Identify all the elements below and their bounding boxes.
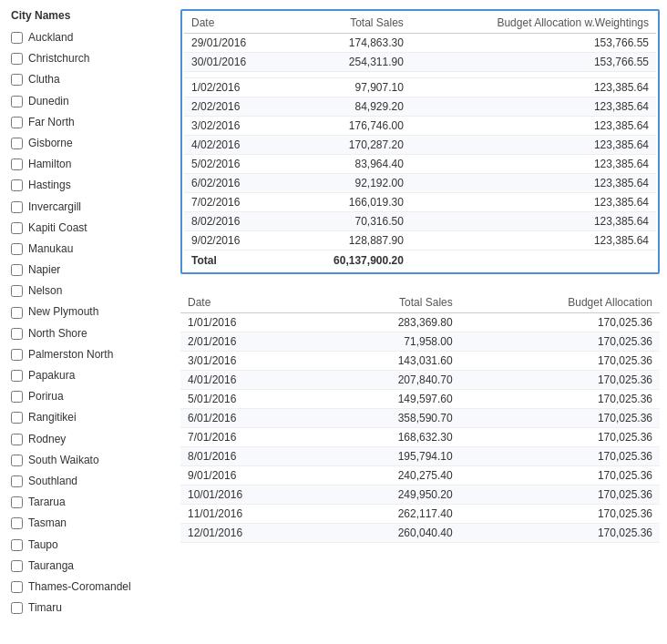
table-row: 8/01/2016195,794.10170,025.36 [180, 447, 660, 466]
city-checkbox[interactable] [11, 391, 23, 403]
city-label: North Shore [28, 325, 87, 342]
table2-header-row: Date Total Sales Budget Allocation [180, 292, 660, 313]
city-label: Tauranga [28, 557, 74, 575]
cell-sales: 71,958.00 [320, 332, 459, 352]
sidebar-title: City Names [7, 9, 166, 22]
city-checkbox[interactable] [11, 412, 23, 424]
cell-budget: 170,025.36 [460, 428, 660, 447]
city-checkbox[interactable] [11, 117, 23, 128]
city-item: Far North [7, 112, 166, 133]
city-label: Christchurch [28, 50, 89, 67]
cell-date: 3/02/2016 [184, 117, 286, 136]
city-checkbox[interactable] [11, 53, 23, 65]
table1-col-budget: Budget Allocation w.Weightings [411, 13, 656, 34]
table-row: 2/02/201684,929.20123,385.64 [184, 97, 656, 117]
city-checkbox[interactable] [11, 243, 23, 255]
cell-budget: 170,025.36 [460, 524, 660, 543]
cell-sales: 262,117.40 [320, 505, 459, 524]
city-checkbox[interactable] [11, 138, 23, 149]
cell-sales: 195,794.10 [320, 447, 459, 466]
city-item: Clutha [7, 69, 166, 90]
city-label: Papakura [28, 367, 75, 384]
city-item: Rangitikei [7, 407, 166, 428]
cell-date: 29/01/2016 [184, 34, 286, 53]
city-label: Thames-Coromandel [28, 578, 131, 596]
table-row: 12/01/2016260,040.40170,025.36 [180, 524, 660, 543]
city-item: Tasman [7, 513, 166, 534]
city-checkbox[interactable] [11, 434, 23, 445]
city-checkbox[interactable] [11, 201, 23, 213]
cell-budget: 170,025.36 [460, 352, 660, 371]
city-checkbox[interactable] [11, 222, 23, 234]
city-checkbox[interactable] [11, 370, 23, 382]
city-checkbox[interactable] [11, 96, 23, 107]
table-row: 10/01/2016249,950.20170,025.36 [180, 486, 660, 505]
city-label: New Plymouth [28, 303, 98, 321]
city-label: Far North [28, 114, 75, 131]
table1: Date Total Sales Budget Allocation w.Wei… [184, 13, 656, 271]
city-label: Gisborne [28, 135, 73, 152]
cell-sales: 249,950.20 [320, 486, 459, 505]
city-checkbox[interactable] [11, 496, 23, 508]
cell-date: 12/01/2016 [180, 524, 320, 543]
city-checkbox[interactable] [11, 158, 23, 170]
city-item: Thames-Coromandel [7, 577, 166, 598]
cell-date: 2/01/2016 [180, 332, 320, 352]
city-label: Rangitikei [28, 409, 77, 426]
cell-budget [411, 72, 656, 78]
table1-col-date: Date [184, 13, 286, 34]
cell-date: 5/02/2016 [184, 155, 286, 174]
table1-col-sales: Total Sales [286, 13, 411, 34]
city-checkbox[interactable] [11, 328, 23, 340]
cell-sales: 176,746.00 [286, 117, 411, 136]
table-row: 5/01/2016149,597.60170,025.36 [180, 390, 660, 409]
city-checkbox[interactable] [11, 74, 23, 86]
cell-date: 9/02/2016 [184, 231, 286, 250]
table-row: 29/01/2016174,863.30153,766.55 [184, 34, 656, 53]
cell-date: 4/02/2016 [184, 136, 286, 155]
city-label: Nelson [28, 282, 62, 300]
cell-budget: 170,025.36 [460, 371, 660, 390]
city-checkbox[interactable] [11, 517, 23, 529]
city-checkbox[interactable] [11, 32, 23, 44]
city-checkbox[interactable] [11, 264, 23, 276]
table-row: 5/02/201683,964.40123,385.64 [184, 155, 656, 174]
city-item: Gisborne [7, 133, 166, 154]
city-checkbox[interactable] [11, 179, 23, 191]
city-checkbox[interactable] [11, 455, 23, 466]
table-footer-row: Total60,137,900.20 [184, 250, 656, 271]
table2: Date Total Sales Budget Allocation 1/01/… [180, 292, 660, 543]
table1-header-row: Date Total Sales Budget Allocation w.Wei… [184, 13, 656, 34]
city-checkbox[interactable] [11, 307, 23, 319]
sidebar: City Names AucklandChristchurchCluthaDun… [0, 9, 173, 618]
city-checkbox[interactable] [11, 560, 23, 572]
table1-section: Date Total Sales Budget Allocation w.Wei… [180, 9, 660, 274]
cell-date: 6/02/2016 [184, 174, 286, 193]
table-row: 8/02/201670,316.50123,385.64 [184, 212, 656, 231]
city-label: Porirua [28, 388, 64, 405]
city-checkbox[interactable] [11, 285, 23, 297]
cell-sales: 128,887.90 [286, 231, 411, 250]
city-item: North Shore [7, 323, 166, 344]
city-label: Invercargill [28, 199, 81, 216]
cell-sales: 97,907.10 [286, 78, 411, 97]
cell-budget: 123,385.64 [411, 117, 656, 136]
cell-date: 4/01/2016 [180, 371, 320, 390]
footer-label: Total [184, 250, 286, 271]
city-label: Hamilton [28, 156, 71, 173]
cell-sales: 254,311.90 [286, 53, 411, 72]
city-checkbox[interactable] [11, 602, 23, 614]
city-checkbox[interactable] [11, 581, 23, 593]
cell-budget: 123,385.64 [411, 136, 656, 155]
city-checkbox[interactable] [11, 475, 23, 487]
cell-budget: 170,025.36 [460, 466, 660, 486]
table-row: 30/01/2016254,311.90153,766.55 [184, 53, 656, 72]
cell-date: 11/01/2016 [180, 505, 320, 524]
city-checkbox[interactable] [11, 539, 23, 551]
cell-sales: 92,192.00 [286, 174, 411, 193]
cell-date [184, 72, 286, 78]
cell-sales: 260,040.40 [320, 524, 459, 543]
city-checkbox[interactable] [11, 349, 23, 361]
city-list: AucklandChristchurchCluthaDunedinFar Nor… [7, 27, 166, 618]
cell-budget: 170,025.36 [460, 332, 660, 352]
